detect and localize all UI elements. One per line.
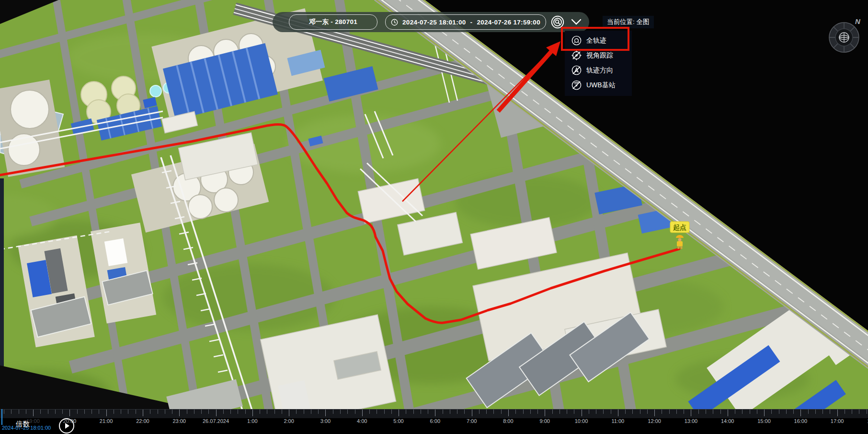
timeline-minor-tick [493, 410, 494, 414]
timeline-hour-label: 10:00 [575, 418, 588, 424]
timeline-minor-tick [822, 410, 823, 414]
timeline-minor-tick [771, 410, 772, 414]
timeline-hour-label: 16:00 [794, 418, 808, 424]
current-location-text: 当前位置: 全图 [607, 18, 650, 25]
timeline-minor-tick [245, 410, 246, 414]
timeline-minor-tick [750, 410, 750, 414]
timeline-minor-tick [296, 410, 297, 414]
timeline-minor-tick [567, 410, 567, 414]
timeline-minor-tick [274, 410, 275, 414]
timeline-tick-bar[interactable] [0, 409, 868, 418]
timeline-minor-tick [852, 410, 852, 414]
timeline-minor-tick [859, 410, 859, 414]
locate-button[interactable] [550, 15, 565, 29]
chevron-down-icon [571, 19, 582, 25]
start-marker-text: 起点 [673, 223, 686, 231]
timeline-major-tick [691, 410, 691, 416]
timeline-minor-tick [238, 410, 238, 414]
timeline-hour-label: 1:00 [247, 418, 257, 424]
full-trajectory-icon [571, 35, 582, 46]
timeline-major-tick [106, 410, 107, 416]
timeline-hour-label: 12:00 [648, 418, 661, 424]
timeline-minor-tick [55, 410, 56, 414]
timeline-major-tick [618, 410, 618, 416]
timeline-playhead[interactable] [1, 409, 2, 425]
timeline-minor-tick [91, 410, 92, 414]
timeline-minor-tick [867, 410, 867, 414]
timeline-minor-tick [260, 410, 260, 414]
playback-timeline[interactable]: 19:0020:0021:0022:0023:0026.07.20241:002… [0, 409, 868, 434]
timeline-minor-tick [347, 410, 348, 414]
timeline-major-tick [33, 410, 34, 416]
timeline-hour-label: 21:00 [100, 418, 113, 424]
timeline-minor-tick [4, 410, 4, 414]
timeline-minor-tick [735, 410, 735, 414]
timeline-minor-tick [150, 410, 150, 414]
timeline-minor-tick [501, 410, 502, 414]
timeline-hour-label: 3:00 [320, 418, 331, 424]
timeline-minor-tick [632, 410, 633, 414]
map-3d-scene[interactable]: 起点 [0, 0, 868, 434]
clock-icon [391, 19, 398, 26]
timeline-hour-label: 8:00 [503, 418, 513, 424]
timeline-hour-label: 23:00 [172, 418, 186, 424]
timeline-minor-tick [560, 410, 560, 414]
timeline-minor-tick [223, 410, 224, 414]
timeline-major-tick [728, 410, 728, 416]
timeline-minor-tick [589, 410, 589, 414]
timeline-major-tick [837, 410, 838, 416]
current-location-indicator: 当前位置: 全图 [603, 16, 654, 28]
timeline-minor-tick [99, 410, 99, 414]
timeline-minor-tick [757, 410, 757, 414]
menu-item-uwb-stations[interactable]: UWB基站 [565, 78, 632, 93]
timeline-minor-tick [304, 410, 304, 414]
timeline-minor-tick [11, 410, 11, 414]
timeline-hour-label: 4:00 [357, 418, 367, 424]
timeline-minor-tick [230, 410, 231, 414]
timeline-minor-tick [662, 410, 662, 414]
timeline-minor-tick [786, 410, 787, 414]
menu-item-view-tracking[interactable]: 视角跟踪 [565, 48, 632, 63]
layer-menu-toggle[interactable] [571, 19, 582, 25]
timeline-minor-tick [311, 410, 311, 414]
timeline-minor-tick [340, 410, 341, 414]
timeline-major-tick [399, 410, 399, 416]
timeline-hour-label: 2:00 [284, 418, 294, 424]
date-start-value: 2024-07-25 18:01:00 [402, 19, 466, 26]
timeline-minor-tick [443, 410, 443, 414]
play-icon [65, 423, 69, 429]
timeline-minor-tick [845, 410, 845, 414]
person-selector[interactable]: 邓一东 - 280701 [289, 14, 377, 30]
timeline-minor-tick [406, 410, 406, 414]
timeline-minor-tick [62, 410, 63, 414]
timeline-major-tick [472, 410, 472, 416]
layer-dropdown-menu: 全轨迹 视角跟踪 轨迹方向 UWB基站 [565, 31, 632, 96]
timeline-hour-label: 15:00 [757, 418, 771, 424]
timeline-minor-tick [333, 410, 333, 414]
timeline-major-tick [216, 410, 217, 416]
timeline-major-tick [654, 410, 655, 416]
play-button[interactable] [59, 418, 74, 434]
timeline-minor-tick [450, 410, 450, 414]
timeline-major-tick [764, 410, 765, 416]
menu-item-full-trajectory[interactable]: 全轨迹 [565, 33, 632, 48]
timeline-minor-tick [479, 410, 480, 414]
date-range-picker[interactable]: 2024-07-25 18:01:00 - 2024-07-26 17:59:0… [385, 14, 546, 30]
compass-north-label: N [855, 17, 861, 25]
timeline-minor-tick [640, 410, 640, 414]
timeline-minor-tick [48, 410, 48, 414]
menu-item-trajectory-direction[interactable]: 轨迹方向 [565, 63, 632, 78]
date-separator: - [470, 19, 473, 26]
timeline-minor-tick [530, 410, 531, 414]
timeline-hour-label: 9:00 [539, 418, 549, 424]
timeline-hour-label: 13:00 [685, 418, 698, 424]
timeline-major-tick [289, 410, 289, 416]
timeline-hour-label: 17:00 [831, 418, 844, 424]
timeline-minor-tick [552, 410, 553, 414]
timeline-major-tick [435, 410, 435, 416]
timeline-minor-tick [515, 410, 516, 414]
timeline-minor-tick [603, 410, 604, 414]
timeline-minor-tick [384, 410, 385, 414]
timeline-minor-tick [355, 410, 355, 414]
compass-widget[interactable]: N [825, 15, 865, 56]
